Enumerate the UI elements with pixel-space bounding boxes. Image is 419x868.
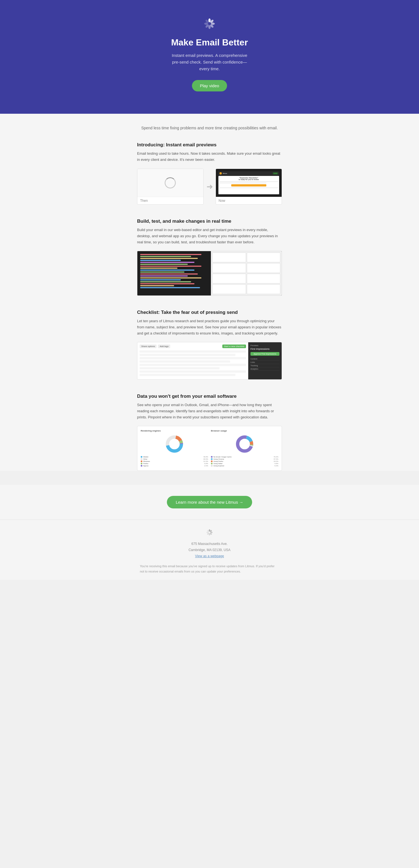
legend-dot xyxy=(211,458,213,460)
preview-thumb xyxy=(212,284,246,294)
section-title-checklist: Checklist: Take the fear out of pressing… xyxy=(137,310,282,315)
legend-row: No Email / Image Cache 79.3% xyxy=(211,456,278,458)
now-box: litmus ready "September Newsletter"is re… xyxy=(216,168,282,205)
legend-row: Other 30.9% xyxy=(141,458,208,460)
section-body-instant-previews: Email testing used to take hours. Now it… xyxy=(137,151,282,163)
learn-more-button[interactable]: Learn more about the new Litmus → xyxy=(167,496,252,508)
previews-panel xyxy=(211,251,282,296)
email-line-1 xyxy=(220,181,278,182)
checklist-nav-links: Links xyxy=(251,361,280,364)
analytics-mock: Rendering engines xyxy=(137,426,282,471)
checklist-row xyxy=(139,374,235,376)
browser-donut xyxy=(235,434,254,454)
litmus-topbar: litmus ready xyxy=(218,172,280,175)
legend-value: 2.5% xyxy=(204,465,208,467)
legend-label: Other xyxy=(143,458,202,460)
browser-chart: Browser usage xyxy=(211,430,278,467)
legend-dot xyxy=(211,461,213,462)
svg-point-4 xyxy=(208,25,211,29)
add-tags-btn[interactable]: Add tags xyxy=(158,344,170,348)
approve-button[interactable]: Approve First Impressions xyxy=(251,352,280,356)
footer-disclaimer: You're receiving this email because you'… xyxy=(140,564,279,574)
footer-logo xyxy=(6,528,413,538)
legend-label: Webkit xyxy=(143,456,202,458)
share-options-btn[interactable]: Share options xyxy=(139,344,157,348)
footer-address-line2: Cambridge, MA 02139, USA xyxy=(189,548,231,552)
browser-legend: No Email / Image Cache 79.3% Using Chrom… xyxy=(211,456,278,467)
preview-thumb xyxy=(247,252,281,262)
section-title-analytics: Data you won't get from your email softw… xyxy=(137,394,282,399)
checklist-row xyxy=(139,370,246,373)
code-line xyxy=(140,285,174,286)
preview-thumb xyxy=(212,263,246,273)
code-line xyxy=(140,268,178,269)
main-content: Spend less time fixing problems and more… xyxy=(0,114,419,471)
litmus-brand-text: litmus xyxy=(223,173,227,174)
checklist-left-panel: Share options Add tags Start a new check… xyxy=(137,342,248,379)
email-preview-title-text: "September Newsletter"is ready for you t… xyxy=(220,177,278,180)
svg-point-19 xyxy=(241,441,248,447)
legend-value: 37.0% xyxy=(273,458,278,460)
legend-value: 19.0% xyxy=(273,461,278,462)
start-checklist-btn[interactable]: Start a new checklist xyxy=(222,344,246,348)
legend-dot xyxy=(141,458,142,460)
hero-section: Make Email Better Instant email previews… xyxy=(0,0,419,114)
legend-dot xyxy=(141,463,142,464)
section-analytics: Data you won't get from your email softw… xyxy=(137,394,282,471)
legend-value: 14.3% xyxy=(203,461,208,462)
legend-dot xyxy=(211,456,213,458)
cta-section: Learn more about the new Litmus → xyxy=(0,485,419,520)
checklist-row xyxy=(139,367,220,369)
footer-address-line1: 675 Massachusetts Ave. xyxy=(191,542,228,546)
checklist-row xyxy=(139,361,230,363)
svg-point-6 xyxy=(204,23,208,25)
checklist-row xyxy=(139,357,246,359)
rendering-chart: Rendering engines xyxy=(141,430,208,467)
play-video-button[interactable]: Play video xyxy=(192,80,227,91)
code-line xyxy=(140,256,191,257)
legend-label: Using Safari xyxy=(214,463,273,464)
checklist-mock: Share options Add tags Start a new check… xyxy=(137,342,282,380)
code-line xyxy=(140,264,188,265)
legend-row: Webkit 46.8% xyxy=(141,456,208,458)
hero-title: Make Email Better xyxy=(6,37,413,48)
view-as-webpage-link[interactable]: View as a webpage xyxy=(195,554,224,558)
rendering-donut xyxy=(165,434,184,454)
code-line xyxy=(140,274,198,275)
code-line xyxy=(140,258,198,259)
legend-row: Using Safari 4.8% xyxy=(211,463,278,464)
code-line xyxy=(140,270,194,271)
litmus-preview-mock: litmus ready "September Newsletter"is re… xyxy=(217,170,281,195)
now-label: Now xyxy=(216,197,282,204)
checklist-section-label: Previews xyxy=(251,344,280,346)
section-instant-previews: Introducing: Instant email previews Emai… xyxy=(137,142,282,204)
checklist-nav-content: Content xyxy=(251,358,280,361)
legend-row: Using Firefox 19.0% xyxy=(211,461,278,462)
legend-value: 30.9% xyxy=(203,458,208,460)
footer-address: 675 Massachusetts Ave. Cambridge, MA 021… xyxy=(6,541,413,559)
legend-dot xyxy=(141,461,142,462)
code-line xyxy=(140,262,194,263)
email-preview-content: "September Newsletter"is ready for you t… xyxy=(218,176,280,194)
now-box-content: litmus ready "September Newsletter"is re… xyxy=(216,169,282,197)
loading-spinner xyxy=(165,177,176,188)
legend-label: Firefox xyxy=(143,463,203,464)
section-body-checklist: Let ten years of Litmus research and bes… xyxy=(137,318,282,336)
preview-thumb xyxy=(247,284,281,294)
code-line xyxy=(140,281,191,282)
code-line xyxy=(140,260,181,261)
legend-label: Approx xyxy=(143,465,203,467)
svg-point-0 xyxy=(208,19,211,22)
legend-row: Approx 2.5% xyxy=(141,465,208,467)
section-real-time: Build, test, and make changes in real ti… xyxy=(137,219,282,296)
hero-logo xyxy=(6,17,413,32)
legend-row: Using Explorer 5.0% xyxy=(211,465,278,467)
then-label: Then xyxy=(137,197,203,204)
rendering-chart-title: Rendering engines xyxy=(141,430,208,432)
code-line xyxy=(140,283,194,284)
footer: 675 Massachusetts Ave. Cambridge, MA 021… xyxy=(0,520,419,580)
code-line xyxy=(140,277,201,278)
legend-dot xyxy=(211,465,213,467)
checklist-nav-analytics: Analytics xyxy=(251,367,280,371)
legend-label: Using Explorer xyxy=(214,465,273,467)
